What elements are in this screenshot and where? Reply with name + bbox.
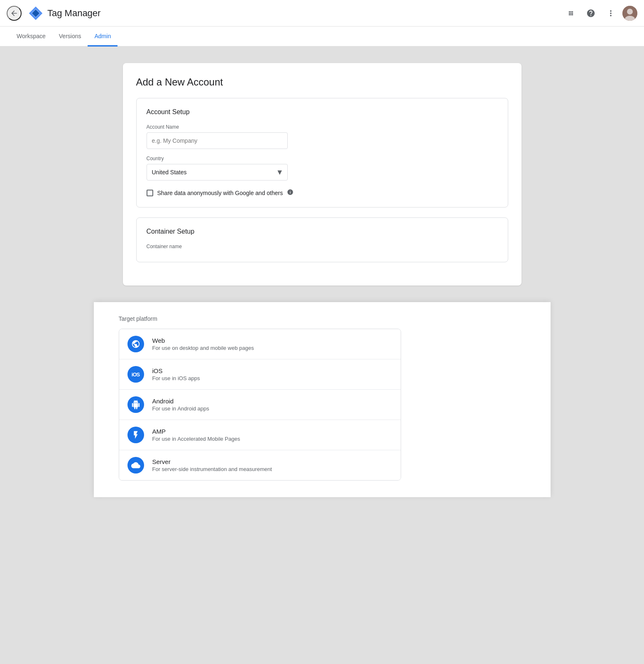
platform-item-server[interactable]: Server For server-side instrumentation a…: [119, 450, 401, 480]
tab-admin[interactable]: Admin: [88, 27, 118, 46]
account-setup-title: Account Setup: [147, 108, 498, 116]
country-select-wrapper: United States United Kingdom Canada Aust…: [147, 164, 288, 181]
help-button[interactable]: [583, 5, 599, 22]
container-setup-title: Container Setup: [147, 228, 498, 235]
header-left: Tag Manager: [7, 6, 100, 21]
share-data-info-icon[interactable]: [287, 189, 294, 197]
ios-icon-label: iOS: [132, 371, 140, 378]
platform-item-android[interactable]: Android For use in Android apps: [119, 390, 401, 420]
android-platform-info: Android For use in Android apps: [152, 398, 392, 412]
account-name-label: Account Name: [147, 124, 498, 130]
server-platform-icon: [127, 457, 144, 474]
ios-platform-name: iOS: [152, 367, 392, 374]
container-name-label: Container name: [147, 244, 498, 249]
new-account-card: Add a New Account Account Setup Account …: [123, 63, 522, 286]
server-platform-name: Server: [152, 458, 392, 465]
tag-manager-logo: [28, 6, 43, 21]
share-data-checkbox[interactable]: [147, 190, 153, 196]
country-select[interactable]: United States United Kingdom Canada Aust…: [147, 164, 288, 181]
apps-button[interactable]: [563, 5, 579, 22]
main-content: Add a New Account Account Setup Account …: [0, 46, 644, 302]
app-title: Tag Manager: [47, 8, 100, 19]
container-setup-section: Container Setup Container name: [136, 217, 508, 262]
nav-tabs: Workspace Versions Admin: [0, 27, 644, 46]
amp-platform-desc: For use in Accelerated Mobile Pages: [152, 436, 392, 442]
target-platform-label: Target platform: [119, 315, 526, 322]
account-name-input[interactable]: [147, 132, 288, 149]
logo-container: Tag Manager: [28, 6, 100, 21]
web-platform-info: Web For use on desktop and mobile web pa…: [152, 337, 392, 351]
share-data-row: Share data anonymously with Google and o…: [147, 189, 498, 197]
platform-item-web[interactable]: Web For use on desktop and mobile web pa…: [119, 329, 401, 359]
back-button[interactable]: [7, 6, 22, 21]
ios-platform-info: iOS For use in iOS apps: [152, 367, 392, 381]
account-setup-section: Account Setup Account Name Country Unite…: [136, 98, 508, 208]
web-platform-desc: For use on desktop and mobile web pages: [152, 345, 392, 351]
tab-workspace[interactable]: Workspace: [10, 27, 52, 46]
svg-point-4: [627, 9, 633, 15]
platform-item-amp[interactable]: AMP For use in Accelerated Mobile Pages: [119, 420, 401, 450]
web-platform-icon: [127, 336, 144, 352]
tab-versions[interactable]: Versions: [52, 27, 88, 46]
more-options-button[interactable]: [602, 5, 619, 22]
platform-item-ios[interactable]: iOS iOS For use in iOS apps: [119, 359, 401, 390]
user-avatar[interactable]: [622, 6, 637, 21]
server-platform-desc: For server-side instrumentation and meas…: [152, 466, 392, 472]
ios-platform-desc: For use in iOS apps: [152, 375, 392, 381]
country-label: Country: [147, 156, 498, 161]
android-platform-icon: [127, 396, 144, 413]
android-platform-desc: For use in Android apps: [152, 405, 392, 412]
header-right: [563, 5, 637, 22]
amp-platform-icon: [127, 427, 144, 443]
web-platform-name: Web: [152, 337, 392, 344]
android-platform-name: Android: [152, 398, 392, 405]
amp-platform-name: AMP: [152, 428, 392, 435]
share-data-label: Share data anonymously with Google and o…: [157, 190, 283, 196]
amp-platform-info: AMP For use in Accelerated Mobile Pages: [152, 428, 392, 442]
ios-platform-icon: iOS: [127, 366, 144, 383]
page-title: Add a New Account: [136, 76, 508, 88]
platform-list: Web For use on desktop and mobile web pa…: [119, 329, 401, 481]
bottom-panel: Target platform Web For use on desktop a…: [94, 302, 551, 497]
server-platform-info: Server For server-side instrumentation a…: [152, 458, 392, 472]
app-header: Tag Manager: [0, 0, 644, 27]
